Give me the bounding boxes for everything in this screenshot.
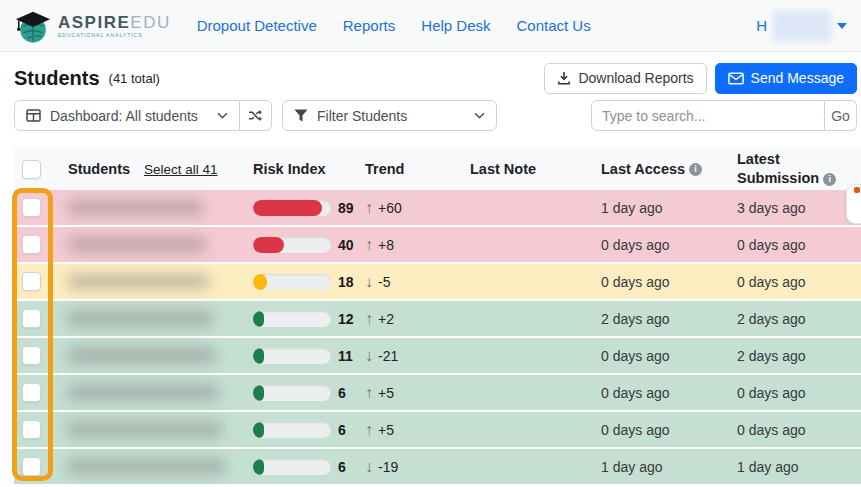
row-checkbox[interactable]: [22, 235, 41, 254]
trend-arrow-icon: ↓: [365, 347, 373, 365]
dashboard-select-value: Dashboard: All students: [50, 108, 198, 124]
column-header-trend: Trend: [357, 161, 462, 177]
student-row[interactable]: 6 ↓ -19 1 day ago 1 day ago: [14, 449, 861, 486]
search-go-button[interactable]: Go: [825, 100, 857, 131]
brand-logo[interactable]: ASPIREEDU EDUCATIONAL ANALYTICS: [14, 7, 171, 45]
dashboard-select[interactable]: Dashboard: All students: [14, 100, 240, 131]
last-access-cell: 0 days ago: [593, 237, 729, 253]
latest-submission-cell: 0 days ago: [729, 237, 861, 253]
student-row[interactable]: 89 ↑ +60 1 day ago 3 days ago: [14, 190, 861, 227]
select-all-link[interactable]: Select all 41: [144, 162, 218, 177]
nav-link-contact-us[interactable]: Contact Us: [517, 17, 591, 34]
toolbar: Dashboard: All students Filter Students …: [14, 100, 857, 131]
grid-icon: [26, 109, 41, 122]
send-message-button[interactable]: Send Message: [715, 63, 857, 94]
risk-index-bar-fill: [253, 348, 264, 364]
filter-select-value: Filter Students: [317, 108, 407, 124]
student-name-redacted: [68, 311, 212, 326]
info-icon[interactable]: i: [823, 173, 836, 186]
last-access-cell: 1 day ago: [593, 200, 729, 216]
risk-index-bar-fill: [253, 274, 267, 290]
risk-index-bar: [253, 348, 331, 364]
user-greeting: H: [756, 17, 767, 34]
risk-index-value: 6: [338, 459, 346, 475]
risk-index-value: 89: [338, 200, 354, 216]
student-row[interactable]: 40 ↑ +8 0 days ago 0 days ago: [14, 227, 861, 264]
column-header-latest-submission: Latest Submissioni: [729, 150, 861, 188]
risk-index-bar: [253, 311, 331, 327]
risk-index-bar: [253, 200, 331, 216]
nav-link-help-desk[interactable]: Help Desk: [421, 17, 490, 34]
student-name-redacted: [68, 274, 209, 289]
filter-students-select[interactable]: Filter Students: [282, 100, 497, 131]
risk-index-bar: [253, 385, 331, 401]
risk-index-bar: [253, 274, 331, 290]
user-menu[interactable]: H: [756, 11, 847, 41]
trend-arrow-icon: ↑: [365, 236, 373, 254]
envelope-icon: [728, 72, 744, 85]
graduation-cap-globe-icon: [14, 7, 52, 45]
student-name-redacted: [68, 348, 215, 363]
student-row[interactable]: 11 ↓ -21 0 days ago 2 days ago: [14, 338, 861, 375]
last-access-cell: 0 days ago: [593, 274, 729, 290]
side-panel-tab[interactable]: [846, 184, 861, 224]
risk-index-bar-fill: [253, 422, 264, 438]
select-all-checkbox[interactable]: [22, 160, 41, 179]
risk-index-bar-fill: [253, 237, 284, 253]
last-access-cell: 0 days ago: [593, 348, 729, 364]
risk-index-bar-fill: [253, 311, 264, 327]
risk-index-bar: [253, 459, 331, 475]
risk-index-bar-fill: [253, 385, 264, 401]
risk-index-bar: [253, 422, 331, 438]
latest-submission-cell: 1 day ago: [729, 459, 861, 475]
latest-submission-cell: 3 days ago: [729, 200, 861, 216]
brand-tagline: EDUCATIONAL ANALYTICS: [58, 33, 171, 38]
trend-value: -5: [378, 274, 390, 290]
student-row[interactable]: 18 ↓ -5 0 days ago 0 days ago: [14, 264, 861, 301]
shuffle-dashboards-button[interactable]: [240, 100, 272, 131]
search-input[interactable]: [591, 100, 825, 131]
trend-arrow-icon: ↑: [365, 199, 373, 217]
row-checkbox[interactable]: [22, 198, 41, 217]
navbar: ASPIREEDU EDUCATIONAL ANALYTICS Dropout …: [0, 0, 861, 52]
nav-link-dropout-detective[interactable]: Dropout Detective: [197, 17, 317, 34]
chevron-down-icon: [217, 112, 228, 119]
info-icon[interactable]: i: [689, 163, 702, 176]
nav-link-reports[interactable]: Reports: [343, 17, 396, 34]
trend-value: +5: [378, 422, 394, 438]
student-name-redacted: [68, 237, 206, 252]
row-checkbox[interactable]: [22, 420, 41, 439]
column-header-students: Students: [68, 161, 130, 177]
student-row[interactable]: 6 ↑ +5 0 days ago 0 days ago: [14, 375, 861, 412]
student-row[interactable]: 12 ↑ +2 2 days ago 2 days ago: [14, 301, 861, 338]
student-name-redacted: [68, 385, 218, 400]
column-header-risk-index: Risk Index: [245, 161, 357, 177]
row-checkbox[interactable]: [22, 272, 41, 291]
trend-value: -21: [378, 348, 398, 364]
latest-submission-cell: 2 days ago: [729, 311, 861, 327]
risk-index-value: 18: [338, 274, 354, 290]
last-access-cell: 1 day ago: [593, 459, 729, 475]
latest-submission-cell: 2 days ago: [729, 348, 861, 364]
row-checkbox[interactable]: [22, 346, 41, 365]
nav-links: Dropout Detective Reports Help Desk Cont…: [197, 17, 591, 34]
dropout-detective-page: ASPIREEDU EDUCATIONAL ANALYTICS Dropout …: [0, 0, 861, 487]
risk-index-bar-fill: [253, 459, 264, 475]
trend-arrow-icon: ↑: [365, 384, 373, 402]
student-row[interactable]: 6 ↑ +5 0 days ago 0 days ago: [14, 412, 861, 449]
trend-value: +2: [378, 311, 394, 327]
table-header-row: Students Select all 41 Risk Index Trend …: [14, 148, 861, 190]
shuffle-icon: [248, 109, 263, 122]
column-header-last-note: Last Note: [462, 161, 593, 177]
last-access-cell: 0 days ago: [593, 385, 729, 401]
caret-down-icon: [837, 23, 847, 29]
latest-submission-cell: 0 days ago: [729, 422, 861, 438]
trend-value: -19: [378, 459, 398, 475]
row-checkbox[interactable]: [22, 383, 41, 402]
download-reports-button[interactable]: Download Reports: [544, 63, 706, 94]
chevron-down-icon: [474, 112, 485, 119]
row-checkbox[interactable]: [22, 457, 41, 476]
row-checkbox[interactable]: [22, 309, 41, 328]
student-name-redacted: [68, 459, 224, 474]
latest-submission-cell: 0 days ago: [729, 385, 861, 401]
